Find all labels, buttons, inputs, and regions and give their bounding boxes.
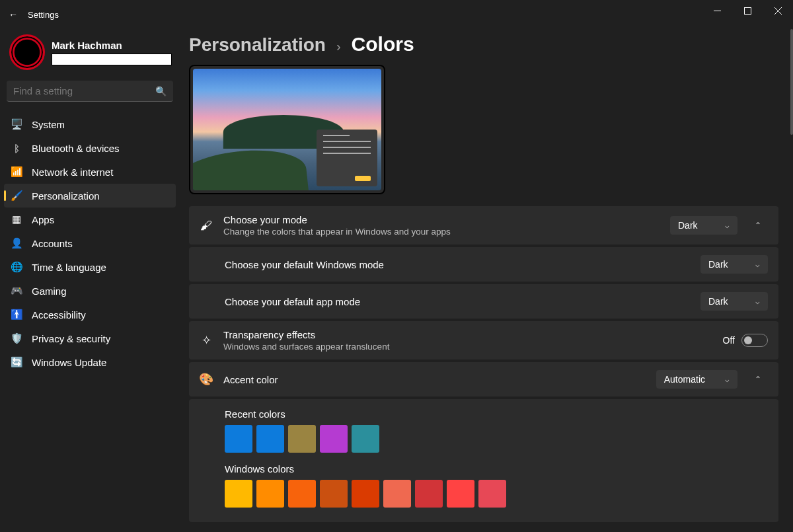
color-swatch[interactable]	[383, 480, 411, 508]
mode-dropdown[interactable]: Dark⌵	[670, 216, 737, 235]
transparency-card: ✧ Transparency effects Windows and surfa…	[189, 321, 778, 360]
chevron-down-icon: ⌵	[755, 297, 760, 306]
nav-label: Accessibility	[32, 309, 86, 321]
breadcrumb: Personalization › Colors	[189, 33, 778, 56]
color-swatch[interactable]	[256, 425, 284, 453]
brush-icon: 🖌	[200, 219, 213, 233]
nav-label: System	[32, 119, 65, 130]
color-swatch[interactable]	[352, 425, 379, 453]
nav-label: Privacy & security	[32, 333, 110, 344]
accent-dropdown[interactable]: Automatic⌵	[656, 370, 737, 389]
sidebar-item-windows-update[interactable]: 🔄Windows Update	[4, 350, 176, 374]
sidebar-item-accessibility[interactable]: 🚹Accessibility	[4, 303, 176, 326]
profile-name: Mark Hachman	[52, 40, 172, 51]
recent-colors	[225, 425, 753, 453]
nav-icon: 🔄	[11, 356, 22, 368]
accent-title: Accent color	[223, 374, 646, 385]
sidebar-item-privacy-security[interactable]: 🛡️Privacy & security	[4, 326, 176, 350]
transparency-state: Off	[723, 335, 735, 346]
color-swatch[interactable]	[478, 480, 506, 508]
nav-label: Gaming	[32, 285, 67, 297]
back-button[interactable]: ←	[0, 0, 26, 29]
color-swatch[interactable]	[288, 425, 316, 453]
nav: 🖥️SystemᛒBluetooth & devices📶Network & i…	[0, 112, 180, 374]
profile[interactable]: Mark Hachman	[0, 32, 180, 78]
minimize-button[interactable]	[702, 0, 732, 21]
main-content: Personalization › Colors 🖌 Choose your m…	[189, 29, 793, 532]
breadcrumb-parent[interactable]: Personalization	[189, 34, 326, 56]
choose-mode-sub: Change the colors that appear in Windows…	[223, 227, 660, 237]
avatar	[9, 34, 45, 70]
transparency-sub: Windows and surfaces appear translucent	[223, 342, 712, 352]
color-swatch[interactable]	[352, 480, 379, 508]
svg-rect-1	[744, 7, 751, 14]
palette-icon: 🎨	[200, 372, 213, 387]
transparency-title: Transparency effects	[223, 329, 712, 340]
search-input[interactable]	[13, 85, 155, 96]
search-icon: 🔍	[155, 86, 167, 96]
nav-icon: 🚹	[11, 309, 22, 321]
app-mode-row: Choose your default app mode Dark⌵	[189, 284, 778, 319]
color-swatch[interactable]	[225, 480, 252, 508]
nav-label: Time & language	[32, 262, 106, 273]
maximize-button[interactable]	[732, 0, 763, 21]
close-button[interactable]	[763, 0, 793, 21]
preview-window	[317, 130, 377, 186]
windows-mode-title: Choose your default Windows mode	[225, 259, 700, 270]
theme-preview	[189, 65, 385, 194]
color-swatch[interactable]	[225, 425, 252, 453]
title-bar: ← Settings	[0, 0, 793, 29]
sidebar-item-personalization[interactable]: 🖌️Personalization	[4, 184, 176, 208]
app-mode-dropdown[interactable]: Dark⌵	[700, 292, 768, 311]
collapse-icon[interactable]: ⌃	[748, 221, 768, 230]
nav-icon: 🌐	[11, 261, 22, 273]
sidebar-item-network-internet[interactable]: 📶Network & internet	[4, 160, 176, 184]
chevron-right-icon: ›	[336, 39, 341, 54]
window-title: Settings	[28, 10, 59, 20]
color-swatch[interactable]	[320, 480, 348, 508]
choose-mode-card[interactable]: 🖌 Choose your mode Change the colors tha…	[189, 206, 778, 245]
sidebar-item-gaming[interactable]: 🎮Gaming	[4, 279, 176, 303]
nav-icon: 🛡️	[11, 332, 22, 344]
nav-icon: 👤	[11, 237, 22, 249]
sidebar-item-bluetooth-devices[interactable]: ᛒBluetooth & devices	[4, 136, 176, 160]
nav-label: Accounts	[32, 238, 73, 249]
sidebar-item-apps[interactable]: ▦Apps	[4, 208, 176, 231]
breadcrumb-current: Colors	[352, 33, 414, 56]
profile-email-redacted	[52, 54, 172, 65]
recent-colors-label: Recent colors	[225, 408, 778, 420]
color-swatch[interactable]	[447, 480, 474, 508]
color-swatch[interactable]	[288, 480, 316, 508]
transparency-toggle[interactable]	[741, 334, 768, 347]
chevron-down-icon: ⌵	[755, 260, 760, 269]
chevron-down-icon: ⌵	[725, 221, 730, 230]
windows-mode-dropdown[interactable]: Dark⌵	[700, 255, 768, 274]
windows-colors	[225, 480, 753, 508]
color-swatch[interactable]	[256, 480, 284, 508]
sidebar-item-accounts[interactable]: 👤Accounts	[4, 231, 176, 255]
sidebar-item-time-language[interactable]: 🌐Time & language	[4, 255, 176, 279]
nav-label: Apps	[32, 214, 54, 225]
search-box[interactable]: 🔍	[7, 81, 173, 102]
choose-mode-title: Choose your mode	[223, 214, 660, 225]
transparency-icon: ✧	[200, 333, 213, 348]
color-swatch[interactable]	[320, 425, 348, 453]
windows-mode-row: Choose your default Windows mode Dark⌵	[189, 247, 778, 282]
nav-icon: ᛒ	[11, 142, 22, 154]
nav-icon: 🖌️	[11, 190, 22, 202]
collapse-icon[interactable]: ⌃	[748, 375, 768, 384]
accent-color-card[interactable]: 🎨 Accent color Automatic⌵ ⌃	[189, 362, 778, 397]
sidebar: Mark Hachman 🔍 🖥️SystemᛒBluetooth & devi…	[0, 29, 180, 532]
nav-label: Personalization	[32, 190, 100, 202]
nav-icon: 🖥️	[11, 118, 22, 130]
app-mode-title: Choose your default app mode	[225, 296, 700, 307]
scrollbar[interactable]	[790, 29, 793, 135]
color-swatch[interactable]	[415, 480, 443, 508]
windows-colors-label: Windows colors	[225, 463, 778, 475]
chevron-down-icon: ⌵	[725, 375, 730, 384]
nav-label: Bluetooth & devices	[32, 143, 120, 154]
nav-label: Windows Update	[32, 357, 106, 368]
nav-icon: 📶	[11, 166, 22, 178]
sidebar-item-system[interactable]: 🖥️System	[4, 112, 176, 136]
nav-icon: 🎮	[11, 285, 22, 297]
